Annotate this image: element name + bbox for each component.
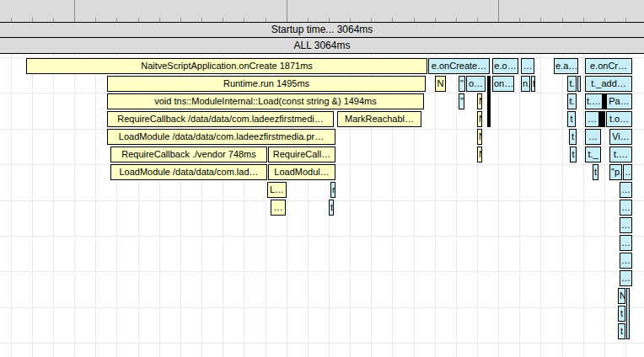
flame-bar[interactable]: Vi… <box>609 129 632 145</box>
flame-bar[interactable]: RequireCallback ./vendor 748ms <box>110 147 267 163</box>
flame-bar[interactable]: … <box>620 217 632 233</box>
flame-bar[interactable]: r <box>330 182 335 198</box>
flame-bar[interactable]: N <box>477 93 482 109</box>
flame-bar[interactable]: t <box>569 129 577 145</box>
flame-bar[interactable]: t.… <box>585 93 603 109</box>
flame-chart: NaitveScriptApplication.onCreate 1871mse… <box>0 0 644 357</box>
flame-bar[interactable]: … <box>521 58 534 74</box>
flame-bar[interactable]: MarkReachabl… <box>337 111 421 127</box>
flame-bar[interactable]: t. <box>567 76 577 92</box>
flame-bar[interactable]: t <box>618 323 625 339</box>
flame-bar[interactable]: N <box>618 288 625 304</box>
flame-bar[interactable]: t <box>329 200 334 216</box>
flame-bar[interactable]: t. <box>567 93 577 109</box>
flame-bar[interactable]: e.o… <box>492 58 518 74</box>
timeline-view: Startup time... 3064ms ALL 3064ms Naitve… <box>0 0 644 357</box>
flame-bar[interactable] <box>599 111 605 127</box>
flame-bar[interactable]: … <box>623 164 632 180</box>
flame-bar[interactable]: t.… <box>609 147 632 163</box>
flame-bar[interactable]: t <box>618 306 625 322</box>
flame-bar[interactable]: e.a… <box>554 58 578 74</box>
flame-bar[interactable]: RequireCall… <box>268 147 335 163</box>
flame-bar[interactable]: t.o… <box>606 111 632 127</box>
flame-bar[interactable]: "p… <box>609 164 622 180</box>
flame-bar[interactable]: … <box>620 182 632 198</box>
flame-bar[interactable] <box>487 76 491 127</box>
flame-bar[interactable]: LoadModule /data/data/com.ladeezfirstmed… <box>107 129 335 145</box>
flame-bar[interactable]: … <box>620 253 632 269</box>
flame-bar[interactable]: n… <box>521 76 530 92</box>
flame-bar[interactable]: L… <box>267 182 287 198</box>
flame-bar[interactable]: t._add… <box>585 76 632 92</box>
flame-bar[interactable] <box>626 288 630 339</box>
flame-bar[interactable]: t._ <box>585 147 601 163</box>
flame-bar[interactable]: … <box>620 200 632 216</box>
flame-bar[interactable]: N <box>477 129 482 145</box>
flame-bar[interactable]: N <box>477 147 482 163</box>
flame-bar[interactable]: " <box>459 93 464 109</box>
flame-bar[interactable]: LoadModul… <box>268 164 335 180</box>
flame-bar[interactable]: " <box>459 76 465 92</box>
flame-bar[interactable]: … <box>620 235 632 251</box>
flame-bar[interactable] <box>577 76 581 92</box>
flame-bar[interactable]: RequireCallback /data/data/com.ladeezfir… <box>107 111 334 127</box>
flame-bar[interactable]: N <box>435 76 446 92</box>
flame-bar[interactable]: e.onCr… <box>585 58 632 74</box>
flame-bar[interactable]: e.onCreate… <box>428 58 490 74</box>
flame-bar[interactable]: t <box>570 147 577 163</box>
flame-bar[interactable]: Runtime.run 1495ms <box>107 76 426 92</box>
flame-bar[interactable]: on… <box>492 76 514 92</box>
flame-bar[interactable]: t <box>531 76 535 92</box>
flame-bar[interactable]: … <box>585 111 599 127</box>
flame-bar[interactable]: t <box>567 111 576 127</box>
flame-bar[interactable]: NaitveScriptApplication.onCreate 1871ms <box>26 58 427 74</box>
flame-bar[interactable]: t <box>593 164 598 180</box>
flame-bar[interactable]: … <box>585 129 601 145</box>
flame-bar[interactable]: … <box>620 270 632 286</box>
flame-bar[interactable]: o… <box>466 76 486 92</box>
flame-bar[interactable]: N <box>477 111 482 127</box>
flame-bar[interactable]: void tns::ModuleInternal::Load(const str… <box>107 93 424 109</box>
flame-bar[interactable]: … <box>271 200 286 216</box>
flame-bar[interactable]: LoadModule /data/data/com.lad… <box>110 164 267 180</box>
flame-bar[interactable]: Pa… <box>606 93 632 109</box>
